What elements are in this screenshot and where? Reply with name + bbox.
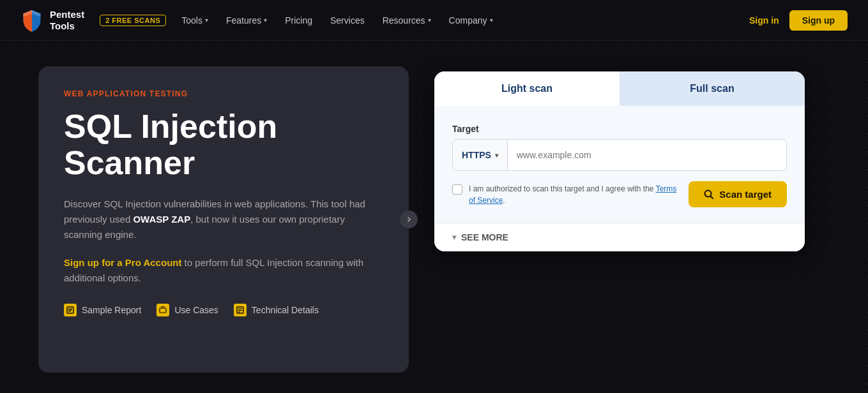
tab-full-scan[interactable]: Full scan — [620, 71, 805, 106]
scan-target-button[interactable]: Scan target — [689, 181, 787, 207]
agreement-row: I am authorized to scan this target and … — [452, 183, 681, 206]
nav-links: Tools ▾ Features ▾ Pricing Services Reso… — [181, 15, 749, 26]
see-more-label: SEE MORE — [461, 232, 508, 242]
nav-auth: Sign in Sign up — [749, 10, 848, 31]
main-content: WEB APPLICATION TESTING SQL Injection Sc… — [0, 41, 868, 393]
pro-cta: Sign up for a Pro Account to perform ful… — [64, 255, 383, 286]
chevron-down-icon: ▾ — [205, 17, 208, 24]
chevron-down-icon: ▾ — [495, 152, 498, 159]
logo-icon — [20, 9, 43, 32]
bottom-links: Sample Report Use Cases — [64, 304, 383, 316]
chevron-down-icon: ▾ — [452, 233, 456, 242]
panel-collapse-arrow[interactable] — [400, 211, 418, 228]
chevron-down-icon: ▾ — [490, 17, 493, 24]
see-more-bar[interactable]: ▾ SEE MORE — [434, 223, 805, 251]
nav-resources[interactable]: Resources ▾ — [383, 15, 431, 26]
sign-in-button[interactable]: Sign in — [749, 15, 779, 26]
agreement-text: I am authorized to scan this target and … — [469, 183, 681, 206]
report-icon — [64, 304, 77, 316]
protocol-label: HTTPS — [462, 150, 491, 160]
agreement-checkbox[interactable] — [452, 184, 462, 195]
scan-body: Target HTTPS ▾ I am authorized to scan t… — [434, 106, 805, 223]
action-row: I am authorized to scan this target and … — [452, 181, 787, 207]
scan-card: Light scan Full scan Target HTTPS ▾ — [434, 71, 805, 251]
nav-features[interactable]: Features ▾ — [226, 15, 267, 26]
target-input[interactable] — [508, 140, 786, 170]
right-panel: Light scan Full scan Target HTTPS ▾ — [434, 66, 830, 251]
left-panel: WEB APPLICATION TESTING SQL Injection Sc… — [38, 66, 409, 373]
nav-services[interactable]: Services — [330, 15, 365, 26]
pro-account-link[interactable]: Sign up for a Pro Account — [64, 257, 181, 268]
free-scans-badge: 2 FREE SCANS — [100, 15, 166, 26]
details-icon — [234, 304, 247, 316]
svg-line-10 — [711, 196, 713, 198]
sign-up-button[interactable]: Sign up — [789, 10, 848, 31]
technical-details-link[interactable]: Technical Details — [234, 304, 319, 316]
search-icon — [704, 189, 714, 200]
nav-tools[interactable]: Tools ▾ — [181, 15, 208, 26]
protocol-select[interactable]: HTTPS ▾ — [453, 140, 508, 170]
scan-tabs: Light scan Full scan — [434, 71, 805, 106]
cases-icon — [156, 304, 169, 316]
target-input-row: HTTPS ▾ — [452, 139, 787, 171]
tab-light-scan[interactable]: Light scan — [434, 71, 620, 106]
section-label: WEB APPLICATION TESTING — [64, 89, 383, 98]
chevron-down-icon: ▾ — [264, 17, 267, 24]
nav-pricing[interactable]: Pricing — [285, 15, 312, 26]
chevron-down-icon: ▾ — [428, 17, 431, 24]
use-cases-link[interactable]: Use Cases — [156, 304, 218, 316]
description: Discover SQL Injection vulnerabilities i… — [64, 196, 383, 242]
logo-text-line1: Pentest — [50, 9, 84, 20]
nav-company[interactable]: Company ▾ — [449, 15, 493, 26]
svg-rect-4 — [160, 308, 166, 313]
navigation: Pentest Tools 2 FREE SCANS Tools ▾ Featu… — [0, 0, 868, 41]
logo[interactable]: Pentest Tools — [20, 9, 84, 32]
target-label: Target — [452, 124, 787, 134]
page-title: SQL Injection Scanner — [64, 108, 383, 181]
sample-report-link[interactable]: Sample Report — [64, 304, 141, 316]
logo-text-line2: Tools — [50, 20, 84, 32]
